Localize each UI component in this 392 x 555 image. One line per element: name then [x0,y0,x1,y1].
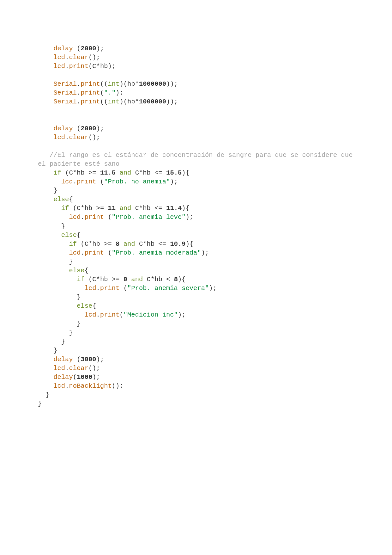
code-line: if (C*hb >= 8 and C*hb <= 10.9){ [38,240,193,248]
code-line: lcd.print(C*hb); [38,63,116,70]
blank-line [38,107,42,114]
code-line: } [38,391,50,398]
blank-line [38,143,42,150]
code-line: else{ [38,267,88,274]
code-line: if (C*hb >= 11.5 and C*hb <= 15.5){ [38,169,190,176]
code-line: } [38,293,81,301]
code-line: } [38,187,57,194]
code-line: lcd.print ("Prob. no anemia"); [38,178,178,185]
code-line: if (C*hb >= 0 and C*hb < 8){ [38,276,186,283]
code-line: Serial.print((int)(hb*1000000)); [38,80,178,88]
blank-line [38,71,42,79]
code-line: Serial.print("."); [38,89,124,96]
code-line: else{ [38,302,96,310]
code-line: } [38,400,42,407]
code-line: Serial.print((int)(hb*1000000)); [38,98,178,105]
code-line: lcd.print ("Prob. anemia leve"); [38,213,193,221]
delay-call: delay [53,45,73,52]
code-line: lcd.print ("Prob. anemia severa"); [38,285,217,292]
code-line: lcd.clear(); [38,54,100,61]
code-line: if (C*hb >= 11 and C*hb <= 11.4){ [38,205,190,212]
blank-line [38,116,42,123]
code-line: delay(1000); [38,373,100,381]
code-line: delay (2000); [38,45,104,52]
comment-line: //El rango es el estándar de concentraci… [38,151,357,168]
code-line: lcd.noBacklight(); [38,382,124,390]
code-line: } [38,258,73,265]
code-line: delay (3000); [38,356,104,363]
code-line: } [38,223,65,230]
code-line: delay (2000); [38,125,104,132]
code-line: //El rango es el estándar de concentraci… [38,151,357,168]
document-page: delay (2000); lcd.clear(); lcd.print(C*h… [0,0,392,555]
code-line: } [38,329,73,336]
code-line: } [38,338,65,345]
code-line: lcd.print("Medicion inc"); [38,311,186,318]
code-line: lcd.clear(); [38,365,100,372]
code-line: } [38,320,81,327]
code-line: else{ [38,196,73,203]
code-line: lcd.print ("Prob. anemia moderada"); [38,249,209,256]
code-line: lcd.clear(); [38,134,100,141]
code-line: else{ [38,231,81,239]
code-block: delay (2000); lcd.clear(); lcd.print(C*h… [38,44,354,408]
code-line: } [38,347,57,354]
